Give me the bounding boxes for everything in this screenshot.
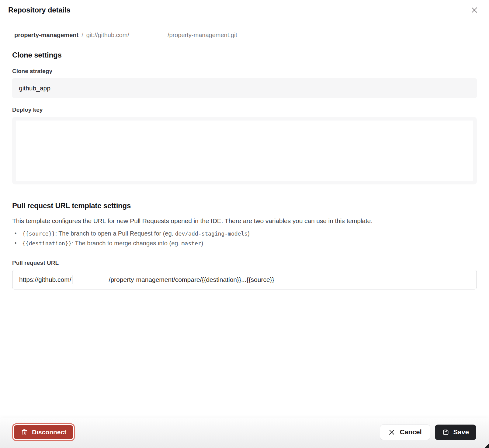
clone-settings-heading: Clone settings — [12, 51, 477, 59]
cancel-button[interactable]: Cancel — [380, 425, 430, 440]
deploy-key-box — [12, 117, 477, 184]
variable-suffix: ) — [201, 240, 203, 247]
cursor-artifact — [484, 443, 489, 448]
close-icon — [470, 5, 479, 15]
save-button[interactable]: Save — [435, 425, 476, 440]
variable-example: master — [182, 240, 201, 247]
variable-suffix: ) — [248, 230, 250, 237]
variable-text: : The branch to open a Pull Request for … — [55, 230, 175, 237]
text-cursor — [72, 275, 72, 284]
breadcrumb-separator: / — [82, 32, 83, 39]
trash-icon — [21, 429, 28, 436]
modal-header: Repository details — [0, 0, 489, 20]
variable-code: {{source}} — [22, 230, 55, 237]
modal-footer: Disconnect Cancel Save — [0, 418, 489, 448]
variable-code: {{destination}} — [22, 240, 72, 247]
list-item: {{destination}}: The branch to merge cha… — [12, 239, 477, 248]
pr-template-variable-list: {{source}}: The branch to open a Pull Re… — [12, 229, 477, 248]
clone-strategy-label: Clone strategy — [12, 68, 477, 75]
pr-template-heading: Pull request URL template settings — [12, 201, 477, 210]
modal-body: property-management / git://github.com/ … — [0, 32, 489, 289]
clone-strategy-value: github_app — [19, 85, 50, 92]
pr-template-description: This template configures the URL for new… — [12, 217, 477, 225]
deploy-key-textarea[interactable] — [16, 121, 473, 181]
x-icon — [388, 429, 395, 436]
floppy-disk-icon — [442, 429, 449, 436]
variable-example: dev/add-staging-models — [175, 230, 248, 237]
breadcrumb-remote-prefix: git://github.com/ — [86, 32, 129, 39]
breadcrumb-repo-name: property-management — [14, 32, 78, 39]
save-label: Save — [453, 428, 469, 436]
pr-url-value-suffix: /property-management/compare/{{destinati… — [109, 276, 274, 283]
cancel-label: Cancel — [400, 428, 421, 436]
pr-url-input[interactable]: https://github.com/ /property-management… — [12, 270, 477, 289]
variable-text: : The branch to merge changes into (eg. — [72, 240, 182, 247]
page-title: Repository details — [8, 6, 70, 14]
disconnect-label: Disconnect — [32, 429, 66, 436]
breadcrumb: property-management / git://github.com/ … — [12, 32, 477, 39]
breadcrumb-remote-suffix: /property-management.git — [168, 32, 237, 39]
deploy-key-label: Deploy key — [12, 107, 477, 113]
pr-url-value-prefix: https://github.com/ — [19, 276, 71, 283]
list-item: {{source}}: The branch to open a Pull Re… — [12, 229, 477, 238]
close-button[interactable] — [469, 5, 480, 16]
pr-url-label: Pull request URL — [12, 260, 477, 266]
disconnect-button[interactable]: Disconnect — [14, 425, 73, 439]
disconnect-focus-ring: Disconnect — [12, 423, 75, 441]
clone-strategy-field: github_app — [12, 78, 477, 98]
